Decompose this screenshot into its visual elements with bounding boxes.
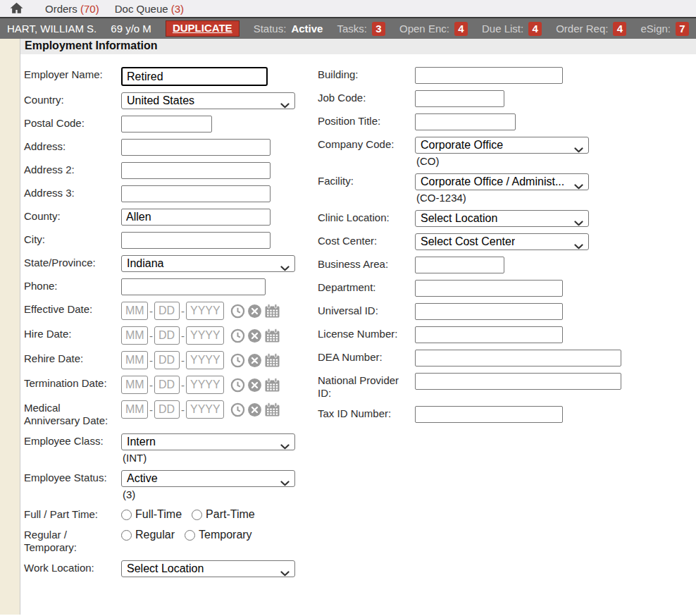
medical-anniversary-yyyy-input[interactable]: [186, 400, 224, 419]
employment-form: Employer Name: Country: United States: [20, 54, 696, 584]
hire-date-dd-input[interactable]: [154, 326, 180, 345]
nav-doc-queue-link[interactable]: Doc Queue (3): [115, 3, 184, 15]
regular-radio[interactable]: [121, 530, 132, 541]
employee-class-select[interactable]: Intern: [121, 433, 295, 450]
medical-anniversary-date-label: Medical Anniversary Date:: [24, 400, 121, 427]
county-input[interactable]: [121, 209, 271, 226]
country-select[interactable]: United States: [121, 92, 295, 109]
phone-label: Phone:: [24, 278, 121, 295]
clock-icon[interactable]: [230, 328, 245, 343]
clear-icon[interactable]: [247, 353, 262, 368]
company-code-select[interactable]: Corporate Office: [415, 137, 589, 154]
facility-select[interactable]: Corporate Office / Administ...: [415, 173, 589, 190]
calendar-icon[interactable]: [264, 402, 280, 417]
duplicate-badge[interactable]: DUPLICATE: [166, 20, 240, 37]
dea-number-row: DEA Number:: [318, 350, 696, 366]
termination-date-yyyy-input[interactable]: [186, 376, 224, 394]
business-area-input[interactable]: [415, 257, 504, 273]
regular-temporary-label: Regular / Temporary:: [24, 527, 121, 554]
clear-icon[interactable]: [247, 378, 262, 393]
hire-date-mm-input[interactable]: [121, 326, 148, 345]
nav-orders-link[interactable]: Orders (70): [45, 3, 99, 15]
temporary-radio[interactable]: [185, 530, 195, 541]
medical-anniversary-mm-input[interactable]: [121, 400, 148, 419]
rehire-date-dd-input[interactable]: [154, 351, 180, 369]
license-number-input[interactable]: [415, 326, 563, 343]
county-label: County:: [24, 209, 121, 226]
employer-name-row: Employer Name:: [24, 67, 318, 86]
clinic-location-select[interactable]: Select Location: [415, 210, 589, 227]
work-location-select[interactable]: Select Location: [121, 560, 295, 577]
effective-date-yyyy-input[interactable]: [186, 302, 224, 320]
clock-icon[interactable]: [230, 353, 245, 368]
country-select-value: United States: [127, 94, 194, 107]
part-time-radio[interactable]: [192, 510, 202, 520]
building-input[interactable]: [415, 67, 563, 84]
address2-input[interactable]: [121, 162, 271, 179]
calendar-icon[interactable]: [264, 378, 280, 393]
hire-date-yyyy-input[interactable]: [186, 326, 224, 345]
clock-icon[interactable]: [230, 402, 245, 417]
order-req-label: Order Req:: [556, 23, 608, 35]
clinic-location-label: Clinic Location:: [318, 210, 415, 227]
chevron-down-icon: [574, 240, 583, 252]
department-label: Department:: [318, 280, 415, 297]
address2-row: Address 2:: [24, 162, 318, 179]
employee-status-select[interactable]: Active: [121, 470, 295, 487]
universal-id-input[interactable]: [415, 303, 563, 320]
universal-id-label: Universal ID:: [318, 303, 415, 320]
effective-date-mm-input[interactable]: [121, 302, 148, 320]
calendar-icon[interactable]: [264, 328, 280, 343]
cost-center-row: Cost Center: Select Cost Center: [318, 233, 696, 250]
effective-date-dd-input[interactable]: [154, 302, 180, 320]
universal-id-row: Universal ID:: [318, 303, 696, 320]
termination-date-dd-input[interactable]: [154, 376, 180, 394]
address-input[interactable]: [121, 139, 271, 156]
national-provider-id-input[interactable]: [415, 373, 621, 390]
tasks-count-badge[interactable]: 3: [372, 22, 385, 36]
regular-temporary-row: Regular / Temporary: Regular Temporary: [24, 527, 318, 554]
due-list-count-badge[interactable]: 4: [528, 22, 542, 36]
clear-icon[interactable]: [247, 402, 262, 417]
cost-center-select[interactable]: Select Cost Center: [415, 233, 589, 250]
open-enc-count-badge[interactable]: 4: [454, 22, 468, 36]
full-time-radio[interactable]: [121, 510, 132, 520]
chevron-down-icon: [280, 476, 290, 489]
building-row: Building:: [318, 67, 696, 84]
city-input[interactable]: [121, 232, 271, 249]
termination-date-mm-input[interactable]: [121, 376, 148, 394]
medical-anniversary-dd-input[interactable]: [154, 400, 180, 419]
clock-icon[interactable]: [230, 304, 245, 319]
home-button[interactable]: [9, 1, 24, 16]
clear-icon[interactable]: [247, 304, 262, 319]
clinic-location-select-value: Select Location: [421, 212, 497, 225]
position-title-input[interactable]: [415, 113, 516, 130]
postal-code-input[interactable]: [121, 116, 212, 133]
phone-input[interactable]: [121, 278, 266, 295]
order-req-count-badge[interactable]: 4: [613, 22, 626, 36]
rehire-date-mm-input[interactable]: [121, 351, 148, 369]
employer-name-input[interactable]: [121, 67, 268, 86]
work-location-label: Work Location:: [24, 560, 121, 577]
esign-count-badge[interactable]: 7: [676, 22, 689, 36]
calendar-icon[interactable]: [264, 353, 280, 368]
department-input[interactable]: [415, 280, 563, 297]
state-select[interactable]: Indiana: [121, 255, 295, 272]
effective-date-row: Effective Date: - -: [24, 302, 318, 320]
county-row: County:: [24, 209, 318, 226]
state-label: State/Province:: [24, 255, 121, 272]
dea-number-input[interactable]: [415, 350, 621, 366]
job-code-input[interactable]: [415, 90, 504, 107]
employee-status-row: Employee Status: Active (3): [24, 470, 318, 500]
clear-icon[interactable]: [247, 328, 262, 343]
tax-id-number-input[interactable]: [415, 406, 563, 423]
address-label: Address:: [24, 139, 121, 156]
employee-class-row: Employee Class: Intern (INT): [24, 433, 318, 464]
address3-input[interactable]: [121, 185, 271, 202]
clock-icon[interactable]: [230, 378, 245, 393]
rehire-date-yyyy-input[interactable]: [186, 351, 224, 369]
calendar-icon[interactable]: [264, 304, 280, 319]
address3-row: Address 3:: [24, 185, 318, 202]
postal-code-row: Postal Code:: [24, 116, 318, 133]
work-location-row: Work Location: Select Location: [24, 560, 318, 577]
